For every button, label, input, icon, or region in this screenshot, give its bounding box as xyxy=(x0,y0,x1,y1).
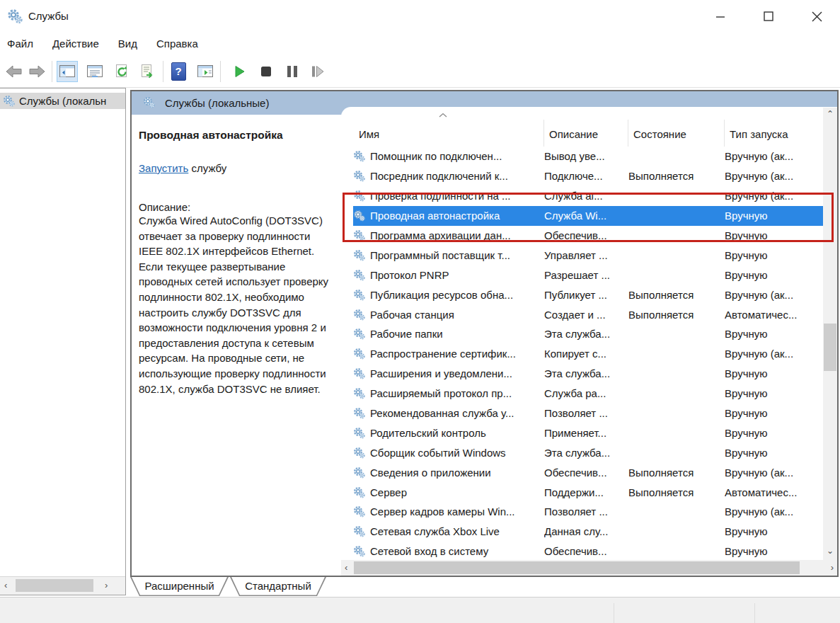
cell-description: Служба ра... xyxy=(544,387,628,399)
service-gear-icon xyxy=(353,407,365,419)
tree-item-services-local[interactable]: Службы (локальн xyxy=(0,93,125,109)
services-gear-icon xyxy=(3,95,15,107)
service-gear-icon xyxy=(353,289,365,301)
sort-ascending-icon xyxy=(439,108,447,121)
start-service-link[interactable]: Запустить xyxy=(139,162,188,174)
table-row[interactable]: Рабочие папкиЭта служба...Вручную xyxy=(353,324,823,344)
table-row[interactable]: Проводная автонастройкаСлужба Wi...Вручн… xyxy=(353,206,823,226)
services-app-icon xyxy=(7,8,23,24)
back-icon[interactable] xyxy=(4,61,25,82)
cell-name: Программный поставщик т... xyxy=(370,249,510,261)
column-header-3[interactable]: Тип запуска xyxy=(725,120,822,147)
cell-startup-type: Вручную xyxy=(725,545,822,557)
table-row[interactable]: Распространение сертифик...Копирует с...… xyxy=(353,344,823,364)
properties-icon[interactable] xyxy=(84,61,105,82)
list-horizontal-scrollbar[interactable]: ‹ › xyxy=(341,560,837,576)
stop-service-icon[interactable] xyxy=(255,61,277,82)
show-console-tree-icon[interactable] xyxy=(57,61,78,82)
minimize-button[interactable] xyxy=(710,6,731,27)
scroll-left-icon[interactable]: ‹ xyxy=(4,580,7,591)
menu-item-вид[interactable]: Вид xyxy=(118,38,137,50)
table-row[interactable]: СерверПоддержи...ВыполняетсяАвтоматичес.… xyxy=(353,482,823,502)
scroll-right-icon[interactable]: › xyxy=(831,562,834,573)
table-row[interactable]: Расширения и уведомлени...Эта служба...В… xyxy=(353,364,823,384)
cell-state: Выполняется xyxy=(628,486,725,498)
table-row[interactable]: Сборщик событий WindowsЭта служба...Вруч… xyxy=(353,442,823,462)
service-gear-icon xyxy=(353,150,365,162)
table-row[interactable]: Сетевой вход в системуОбеспечив...Вручну… xyxy=(353,542,823,560)
cell-description: Обеспечив... xyxy=(544,229,628,241)
scroll-up-icon[interactable]: ⌃ xyxy=(823,109,837,122)
cell-startup-type: Вручную xyxy=(725,407,822,419)
cell-name: Сборщик событий Windows xyxy=(370,447,506,459)
table-row[interactable]: Проверка подлинности на ...Служба аг...В… xyxy=(353,186,823,206)
help-icon[interactable]: ? xyxy=(168,61,189,82)
cell-description: Позволяет ... xyxy=(544,505,628,518)
table-row[interactable]: Публикация ресурсов обна...Публикует ...… xyxy=(353,285,823,304)
cell-description: Позволяет ... xyxy=(544,407,628,419)
cell-name: Сервер кадров камеры Win... xyxy=(370,505,515,518)
tab-extended[interactable]: Расширенный xyxy=(130,577,229,596)
cell-description: Служба аг... xyxy=(544,190,628,202)
cell-name: Проверка подлинности на ... xyxy=(370,190,511,202)
show-action-pane-icon[interactable] xyxy=(195,61,216,82)
service-action-line: Запустить службу xyxy=(139,162,333,174)
table-row[interactable]: Помощник по подключен...Вывод уве...Вруч… xyxy=(353,147,823,166)
menu-item-действие[interactable]: Действие xyxy=(52,38,99,50)
vertical-scrollbar-thumb[interactable] xyxy=(824,324,836,371)
list-vertical-scrollbar[interactable]: ⌃ ⌄ xyxy=(823,108,837,560)
cell-startup-type: Вручную xyxy=(725,269,822,281)
window-title: Службы xyxy=(28,10,69,22)
service-gear-icon xyxy=(353,505,365,518)
restart-service-icon[interactable] xyxy=(307,61,328,82)
column-header-2[interactable]: Состояние xyxy=(628,120,725,147)
start-service-icon[interactable] xyxy=(229,61,251,82)
cell-description: Применяет... xyxy=(544,427,628,439)
table-row[interactable]: Протокол PNRPРазрешает ...Вручную xyxy=(353,265,823,285)
window-controls xyxy=(710,6,827,27)
maximize-button[interactable] xyxy=(758,6,779,27)
status-bar xyxy=(0,597,840,623)
column-header-0[interactable]: Имя xyxy=(341,120,544,147)
column-header-1[interactable]: Описание xyxy=(544,120,628,147)
table-row[interactable]: Сервер кадров камеры Win...Позволяет ...… xyxy=(353,502,823,522)
services-gear-icon xyxy=(143,96,156,110)
status-separator xyxy=(614,603,614,623)
tree-scrollbar-thumb[interactable] xyxy=(16,579,93,592)
scroll-left-icon[interactable]: ‹ xyxy=(345,562,347,573)
services-panel: Службы (локальные) Проводная автонастрой… xyxy=(130,90,839,577)
forward-icon[interactable] xyxy=(26,61,47,82)
menu-item-справка[interactable]: Справка xyxy=(156,38,198,50)
table-row[interactable]: Программа архивации дан...Обеспечив...Вр… xyxy=(353,226,823,246)
cell-startup-type: Вручную xyxy=(725,427,822,439)
table-row[interactable]: Расширяемый протокол пр...Служба ра...Вр… xyxy=(353,384,823,404)
cell-description: Вывод уве... xyxy=(544,150,628,162)
cell-name: Рекомендованная служба у... xyxy=(370,407,514,419)
table-row[interactable]: Родительский контрольПрименяет...Вручную xyxy=(353,423,823,442)
refresh-icon[interactable] xyxy=(112,61,133,82)
tab-standard[interactable]: Стандартный xyxy=(230,577,326,596)
cell-name: Публикация ресурсов обна... xyxy=(370,289,513,301)
cell-description: Данная слу... xyxy=(544,525,628,537)
cell-state: Выполняется xyxy=(628,467,725,479)
tree-horizontal-scrollbar[interactable]: ‹ › xyxy=(0,576,125,595)
table-row[interactable]: Сведения о приложенииОбеспечив...Выполня… xyxy=(353,462,823,482)
table-row[interactable]: Рабочая станцияСоздает и ...ВыполняетсяА… xyxy=(353,304,823,324)
menu-item-файл[interactable]: Файл xyxy=(7,38,33,50)
cell-name: Помощник по подключен... xyxy=(370,150,502,162)
scroll-right-icon[interactable]: › xyxy=(105,580,108,591)
horizontal-scrollbar-thumb[interactable] xyxy=(354,561,800,574)
cell-name: Расширения и уведомлени... xyxy=(370,367,512,379)
tab-extended-label: Расширенный xyxy=(130,577,229,595)
table-row[interactable]: Посредник подключений к...Подключе...Вып… xyxy=(353,166,823,186)
table-row[interactable]: Рекомендованная служба у...Позволяет ...… xyxy=(353,404,823,423)
table-row[interactable]: Сетевая служба Xbox LiveДанная слу...Вру… xyxy=(353,522,823,542)
close-button[interactable] xyxy=(806,6,827,27)
scroll-down-icon[interactable]: ⌄ xyxy=(823,546,837,559)
export-list-icon[interactable] xyxy=(137,61,159,82)
cell-description: Служба Wi... xyxy=(544,210,628,222)
pause-service-icon[interactable] xyxy=(282,61,303,82)
table-row[interactable]: Программный поставщик т...Управляет ...В… xyxy=(353,245,823,265)
service-gear-icon xyxy=(353,545,365,557)
cell-startup-type: Вручную (ак... xyxy=(725,150,822,162)
